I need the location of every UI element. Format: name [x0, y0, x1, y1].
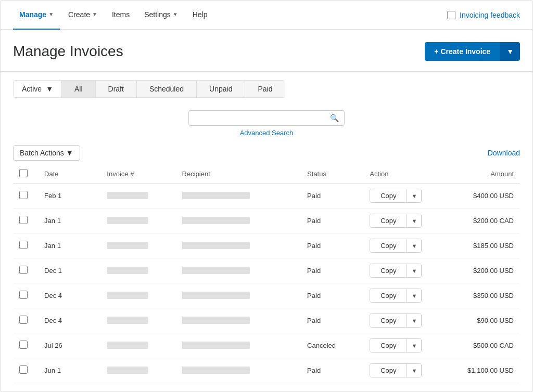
row-checkbox[interactable]: [19, 266, 28, 274]
copy-btn-group: Copy▼: [370, 338, 422, 352]
feedback-link[interactable]: Invoicing feedback: [460, 11, 520, 19]
row-recipient: Recipient Name Here: [176, 184, 301, 208]
chevron-down-icon: ▼: [66, 149, 73, 157]
row-recipient: Recipient Name Here: [176, 333, 301, 358]
copy-dropdown-button[interactable]: ▼: [407, 239, 421, 252]
header-status: Status: [301, 165, 363, 184]
row-amount: $1,100.00 USD: [445, 358, 520, 383]
row-recipient: Recipient Name Here: [176, 233, 301, 258]
copy-dropdown-button[interactable]: ▼: [407, 364, 421, 377]
tab-draft-label: Draft: [108, 85, 124, 93]
nav-item-items[interactable]: Items: [106, 1, 136, 30]
row-amount: $185.00 USD: [445, 233, 520, 258]
invoice-table: Date Invoice # Recipient Status Action A…: [13, 165, 520, 383]
chevron-down-icon: ▼: [173, 11, 178, 17]
row-checkbox[interactable]: [19, 191, 28, 199]
row-invoice-num: INV-00000: [100, 184, 175, 208]
nav-item-manage[interactable]: Manage ▼: [13, 1, 60, 30]
copy-button[interactable]: Copy: [370, 339, 407, 352]
feedback-icon: [447, 11, 455, 19]
header-recipient: Recipient: [176, 165, 301, 184]
active-filter-dropdown[interactable]: Active ▼: [14, 81, 62, 97]
copy-button[interactable]: Copy: [370, 314, 407, 327]
header-amount: Amount: [445, 165, 520, 184]
table-row: Jan 1INV-00000Recipient Name HerePaidCop…: [13, 208, 520, 233]
nav-label-items: Items: [112, 10, 130, 19]
copy-button[interactable]: Copy: [370, 214, 407, 227]
nav-right: Invoicing feedback: [447, 11, 520, 19]
row-status: Paid: [301, 308, 363, 333]
chevron-down-icon: ▼: [92, 11, 97, 17]
tab-scheduled-label: Scheduled: [149, 85, 184, 93]
row-status: Paid: [301, 184, 363, 208]
download-link[interactable]: Download: [488, 149, 520, 157]
table-controls: Batch Actions ▼ Download: [1, 139, 532, 165]
batch-actions-dropdown[interactable]: Batch Actions ▼: [13, 145, 80, 161]
row-checkbox-cell: [13, 308, 38, 333]
row-amount: $200.00 CAD: [445, 208, 520, 233]
copy-dropdown-button[interactable]: ▼: [407, 289, 421, 302]
row-amount: $350.00 USD: [445, 283, 520, 308]
table-header-row: Date Invoice # Recipient Status Action A…: [13, 165, 520, 184]
table-row: Dec 4INV-00000Recipient Name HerePaidCop…: [13, 308, 520, 333]
tab-draft[interactable]: Draft: [96, 81, 137, 97]
row-action-cell: Copy▼: [363, 208, 445, 233]
copy-btn-group: Copy▼: [370, 239, 422, 253]
tab-unpaid-label: Unpaid: [209, 85, 232, 93]
copy-btn-group: Copy▼: [370, 363, 422, 377]
row-invoice-num: INV-00000: [100, 358, 175, 383]
tab-scheduled[interactable]: Scheduled: [137, 81, 197, 97]
row-date: Jul 26: [38, 333, 100, 358]
row-status: Canceled: [301, 333, 363, 358]
row-recipient: Recipient Name Here: [176, 208, 301, 233]
row-checkbox-cell: [13, 258, 38, 283]
nav-label-manage: Manage: [19, 10, 46, 19]
copy-button[interactable]: Copy: [370, 239, 407, 252]
copy-dropdown-button[interactable]: ▼: [407, 264, 421, 277]
copy-dropdown-button[interactable]: ▼: [407, 214, 421, 227]
copy-button[interactable]: Copy: [370, 264, 407, 277]
tab-paid[interactable]: Paid: [245, 81, 285, 97]
create-invoice-button[interactable]: + Create Invoice: [425, 42, 500, 61]
row-invoice-num: INV-00000: [100, 283, 175, 308]
row-recipient: Recipient Name Here: [176, 258, 301, 283]
row-invoice-num: INV-00000: [100, 333, 175, 358]
row-action-cell: Copy▼: [363, 308, 445, 333]
nav-item-help[interactable]: Help: [186, 1, 214, 30]
nav-item-settings[interactable]: Settings ▼: [138, 1, 184, 30]
header-date: Date: [38, 165, 100, 184]
copy-dropdown-button[interactable]: ▼: [407, 339, 421, 352]
row-recipient: Recipient Name Here: [176, 358, 301, 383]
row-checkbox[interactable]: [19, 341, 28, 349]
copy-dropdown-button[interactable]: ▼: [407, 189, 421, 202]
row-checkbox[interactable]: [19, 291, 28, 299]
row-date: Dec 4: [38, 283, 100, 308]
advanced-search-link[interactable]: Advanced Search: [240, 129, 294, 137]
search-input[interactable]: [194, 114, 330, 122]
tab-unpaid[interactable]: Unpaid: [197, 81, 245, 97]
copy-button[interactable]: Copy: [370, 289, 407, 302]
create-invoice-dropdown-button[interactable]: ▼: [500, 42, 520, 61]
search-icon: 🔍: [330, 114, 339, 122]
filter-section: Active ▼ All Draft Scheduled Unpaid Paid: [1, 80, 532, 106]
row-checkbox[interactable]: [19, 316, 28, 324]
nav-label-settings: Settings: [144, 10, 171, 19]
copy-button[interactable]: Copy: [370, 364, 407, 377]
row-action-cell: Copy▼: [363, 184, 445, 208]
row-action-cell: Copy▼: [363, 358, 445, 383]
tab-all-label: All: [74, 85, 83, 93]
row-checkbox[interactable]: [19, 216, 28, 224]
row-checkbox[interactable]: [19, 365, 28, 374]
copy-btn-group: Copy▼: [370, 313, 422, 328]
row-status: Paid: [301, 283, 363, 308]
copy-button[interactable]: Copy: [370, 189, 407, 202]
tab-paid-label: Paid: [258, 85, 272, 93]
row-checkbox-cell: [13, 233, 38, 258]
row-status: Paid: [301, 208, 363, 233]
tab-all[interactable]: All: [62, 81, 96, 97]
page-header: Manage Invoices + Create Invoice ▼: [1, 30, 532, 71]
nav-item-create[interactable]: Create ▼: [62, 1, 104, 30]
copy-dropdown-button[interactable]: ▼: [407, 314, 421, 327]
select-all-checkbox[interactable]: [19, 169, 28, 177]
row-checkbox[interactable]: [19, 241, 28, 249]
